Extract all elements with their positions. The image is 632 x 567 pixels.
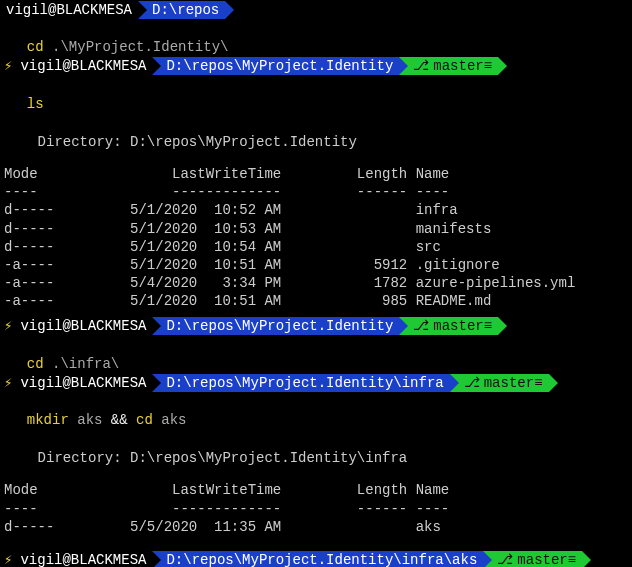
cmd-arg: .\infra\ (44, 356, 120, 372)
listing-row: -a---- 5/4/2020 3:34 PM 1782 azure-pipel… (0, 274, 632, 292)
cmd-token: cd (27, 39, 44, 55)
user-label: vigil@BLACKMESA (20, 317, 146, 335)
path-segment: D:\repos (138, 1, 225, 19)
cmd-op: && (111, 412, 128, 428)
branch-segment: ⎇master ≡ (450, 374, 549, 392)
git-branch-icon: ⎇ (497, 551, 513, 567)
user-label: vigil@BLACKMESA (20, 551, 146, 567)
user-label: vigil@BLACKMESA (6, 1, 132, 19)
git-branch-icon: ⎇ (464, 374, 480, 392)
cmd-arg: aks (153, 412, 187, 428)
user-segment: vigil@BLACKMESA (0, 1, 138, 19)
path-segment: D:\repos\MyProject.Identity (152, 57, 399, 75)
branch-label: master (433, 317, 483, 335)
path-segment: D:\repos\MyProject.Identity\infra\aks (152, 551, 483, 567)
bolt-icon: ⚡ (0, 57, 14, 75)
user-label: vigil@BLACKMESA (20, 57, 146, 75)
user-segment: vigil@BLACKMESA (14, 374, 152, 392)
listing-divider: ---- ------------- ------ ---- (0, 183, 632, 201)
prompt-line-4: ⚡ vigil@BLACKMESA D:\repos\MyProject.Ide… (0, 374, 632, 392)
listing-row: d----- 5/1/2020 10:52 AM infra (0, 201, 632, 219)
user-label: vigil@BLACKMESA (20, 374, 146, 392)
path-label: D:\repos\MyProject.Identity\infra (166, 374, 443, 392)
branch-label: master (433, 57, 483, 75)
branch-segment: ⎇master ≡ (399, 317, 498, 335)
branch-label: master (517, 551, 567, 567)
cmd-token: ls (27, 96, 44, 112)
branch-segment: ⎇master ≡ (483, 551, 582, 567)
listing-header: Mode LastWriteTime Length Name (0, 481, 632, 499)
path-segment: D:\repos\MyProject.Identity (152, 317, 399, 335)
listing-header: Mode LastWriteTime Length Name (0, 165, 632, 183)
user-segment: vigil@BLACKMESA (14, 317, 152, 335)
listing-row: -a---- 5/1/2020 10:51 AM 985 README.md (0, 292, 632, 310)
listing-directory: Directory: D:\repos\MyProject.Identity (0, 133, 632, 151)
git-branch-icon: ⎇ (413, 57, 429, 75)
cmd-token: cd (128, 412, 153, 428)
listing-row: d----- 5/5/2020 11:35 AM aks (0, 518, 632, 536)
path-label: D:\repos\MyProject.Identity (166, 57, 393, 75)
prompt-line-5: ⚡ vigil@BLACKMESA D:\repos\MyProject.Ide… (0, 551, 632, 567)
path-label: D:\repos (152, 1, 219, 19)
command-line-2[interactable]: ls (0, 76, 632, 112)
path-segment: D:\repos\MyProject.Identity\infra (152, 374, 449, 392)
bolt-icon: ⚡ (0, 317, 14, 335)
path-label: D:\repos\MyProject.Identity (166, 317, 393, 335)
listing-divider: ---- ------------- ------ ---- (0, 500, 632, 518)
path-label: D:\repos\MyProject.Identity\infra\aks (166, 551, 477, 567)
command-line-3[interactable]: cd .\infra\ (0, 336, 632, 372)
cmd-arg: aks (69, 412, 111, 428)
command-line-1[interactable]: cd .\MyProject.Identity\ (0, 20, 632, 56)
prompt-line-2: ⚡ vigil@BLACKMESA D:\repos\MyProject.Ide… (0, 57, 632, 75)
listing-row: -a---- 5/1/2020 10:51 AM 5912 .gitignore (0, 256, 632, 274)
prompt-line-1: vigil@BLACKMESA D:\repos (0, 1, 632, 19)
cmd-arg: .\MyProject.Identity\ (44, 39, 229, 55)
user-segment: vigil@BLACKMESA (14, 57, 152, 75)
branch-label: master (484, 374, 534, 392)
prompt-line-3: ⚡ vigil@BLACKMESA D:\repos\MyProject.Ide… (0, 317, 632, 335)
bolt-icon: ⚡ (0, 551, 14, 567)
command-line-4[interactable]: mkdir aks && cd aks (0, 393, 632, 429)
listing-row: d----- 5/1/2020 10:53 AM manifests (0, 220, 632, 238)
cmd-token: mkdir (27, 412, 69, 428)
user-segment: vigil@BLACKMESA (14, 551, 152, 567)
bolt-icon: ⚡ (0, 374, 14, 392)
branch-segment: ⎇master ≡ (399, 57, 498, 75)
listing-row: d----- 5/1/2020 10:54 AM src (0, 238, 632, 256)
git-branch-icon: ⎇ (413, 317, 429, 335)
listing-directory: Directory: D:\repos\MyProject.Identity\i… (0, 449, 632, 467)
cmd-token: cd (27, 356, 44, 372)
